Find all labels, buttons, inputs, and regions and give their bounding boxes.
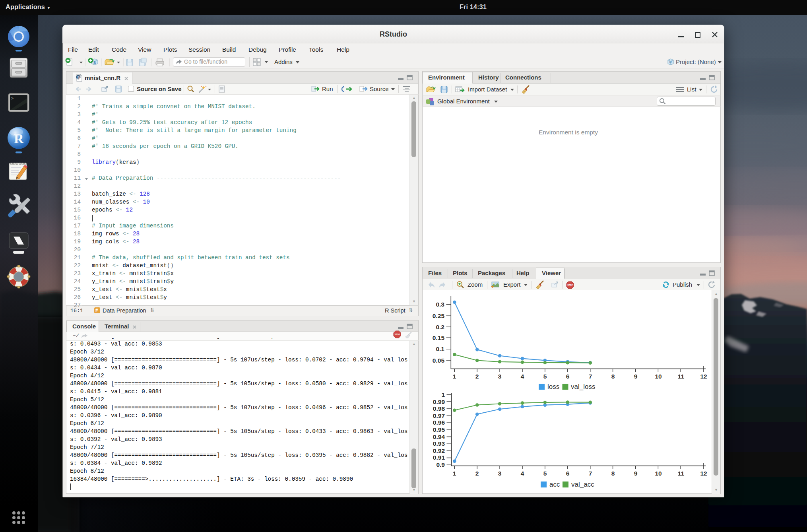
svg-text:11: 11 <box>678 373 685 380</box>
svg-text:0.1: 0.1 <box>436 346 444 352</box>
svg-text:val_loss: val_loss <box>571 383 595 390</box>
svg-text:0.96: 0.96 <box>433 419 445 426</box>
svg-text:1: 1 <box>453 373 456 380</box>
svg-text:1: 1 <box>453 470 456 477</box>
svg-text:8: 8 <box>611 470 615 477</box>
svg-text:7: 7 <box>589 373 592 380</box>
svg-text:STOP: STOP <box>394 333 400 336</box>
svg-text:1: 1 <box>441 391 445 398</box>
svg-text:R: R <box>14 131 24 146</box>
svg-text:4: 4 <box>521 373 524 380</box>
svg-text:0.93: 0.93 <box>433 440 445 447</box>
svg-text:8: 8 <box>611 373 615 380</box>
svg-text:0.15: 0.15 <box>433 334 445 341</box>
svg-text:10: 10 <box>655 470 662 477</box>
svg-text:0.97: 0.97 <box>433 412 445 419</box>
svg-text:0.3: 0.3 <box>436 301 444 308</box>
svg-text:loss: loss <box>547 383 559 390</box>
svg-text:7: 7 <box>589 470 592 477</box>
svg-text:3: 3 <box>498 373 502 380</box>
svg-text:R: R <box>93 60 96 64</box>
svg-text:12: 12 <box>700 470 707 477</box>
svg-text:0.9: 0.9 <box>436 461 445 468</box>
svg-text:2: 2 <box>475 373 479 380</box>
svg-text:0.99: 0.99 <box>433 398 445 405</box>
svg-text:2: 2 <box>475 470 479 477</box>
svg-text:6: 6 <box>566 470 570 477</box>
svg-text:0.25: 0.25 <box>433 313 445 319</box>
svg-text:11: 11 <box>678 470 685 477</box>
svg-text:R: R <box>78 76 80 80</box>
svg-text:0.98: 0.98 <box>433 405 445 412</box>
svg-text:4: 4 <box>521 470 524 477</box>
svg-text:6: 6 <box>566 373 570 380</box>
svg-text:3: 3 <box>498 470 502 477</box>
svg-text:0.94: 0.94 <box>433 433 445 440</box>
svg-text:R: R <box>669 60 672 64</box>
svg-text:0.2: 0.2 <box>436 324 444 330</box>
svg-text:10: 10 <box>655 373 662 380</box>
svg-text:0.92: 0.92 <box>433 447 445 454</box>
svg-text:0.95: 0.95 <box>433 426 445 433</box>
svg-text:9: 9 <box>634 373 638 380</box>
svg-text:0.05: 0.05 <box>433 357 445 364</box>
svg-text:12: 12 <box>700 373 707 380</box>
svg-text:5: 5 <box>543 470 547 477</box>
svg-text:STOP: STOP <box>567 284 573 286</box>
svg-text:9: 9 <box>634 470 638 477</box>
svg-text:>_: >_ <box>11 97 16 101</box>
svg-text:acc: acc <box>549 481 560 488</box>
svg-text:5: 5 <box>543 373 547 380</box>
svg-text:val_acc: val_acc <box>571 481 594 488</box>
svg-text:0.91: 0.91 <box>433 454 445 461</box>
